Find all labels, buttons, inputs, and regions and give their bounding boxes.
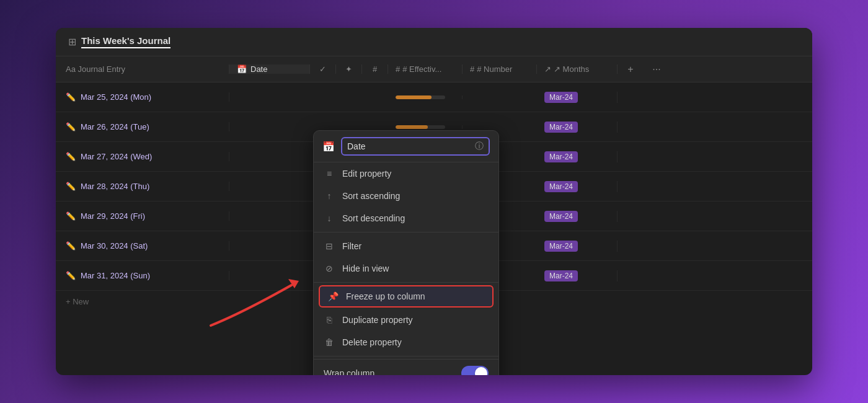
journal-entry-text-5: Mar 30, 2024 (Sat) [81, 241, 148, 250]
journal-entry-text-1: Mar 26, 2024 (Tue) [81, 122, 149, 131]
cell-months-6: Mar-24 [537, 270, 618, 281]
col-header-months: ↗ ↗ Months [537, 64, 618, 74]
title-bar: ⊞ This Week's Journal [56, 28, 812, 56]
months-chip-6: Mar-24 [544, 270, 578, 281]
cell-journal-6: ✏️ Mar 31, 2024 (Sun) [56, 271, 229, 280]
menu-icon-0: ≡ [324, 169, 335, 179]
col-header-journal: Aa Journal Entry [56, 64, 229, 74]
menu-item-edit-property[interactable]: ≡ Edit property [314, 162, 498, 185]
col-header-date[interactable]: 📅 Date [229, 64, 310, 74]
menu-item-duplicate-property[interactable]: ⎘ Duplicate property [314, 309, 498, 331]
journal-entry-text-2: Mar 27, 2024 (Wed) [81, 152, 152, 161]
menu-items-list: ≡ Edit property ↑ Sort ascending ↓ Sort … [314, 162, 498, 356]
progress-bar-container-1 [396, 125, 445, 129]
menu-item-hide-in-view[interactable]: ⊘ Hide in view [314, 257, 498, 280]
col-header-number: # # Number [463, 64, 537, 74]
edit-icon-5: ✏️ [66, 241, 76, 250]
col-header-hash: # [362, 64, 388, 74]
progress-bar-1 [396, 125, 428, 129]
cell-months-4: Mar-24 [537, 211, 618, 222]
edit-icon-4: ✏️ [66, 211, 76, 221]
cell-months-2: Mar-24 [537, 151, 618, 162]
progress-bar-0 [396, 95, 432, 99]
journal-entry-text-0: Mar 25, 2024 (Mon) [81, 92, 151, 102]
menu-item-label-3: Filter [342, 241, 361, 251]
menu-icon-2: ↓ [324, 213, 335, 223]
journal-entry-text-6: Mar 31, 2024 (Sun) [81, 271, 150, 280]
col-months-label: ↗ Months [554, 64, 589, 74]
cell-months-0: Mar-24 [537, 92, 618, 103]
col-number-label: # Number [477, 64, 512, 74]
edit-icon-0: ✏️ [66, 92, 76, 102]
menu-field-value: Date [347, 141, 366, 151]
col-journal-label: Aa Journal Entry [66, 64, 125, 74]
cell-effective-1 [388, 125, 463, 129]
menu-item-freeze-up-to-column[interactable]: 📌 Freeze up to column [319, 285, 494, 308]
col-header-add[interactable]: + [618, 64, 644, 75]
menu-item-label-2: Sort descending [342, 213, 405, 223]
edit-icon-3: ✏️ [66, 182, 76, 191]
cell-journal-3: ✏️ Mar 28, 2024 (Thu) [56, 182, 229, 191]
cell-months-1: Mar-24 [537, 122, 618, 133]
cell-journal-1: ✏️ Mar 26, 2024 (Tue) [56, 122, 229, 131]
cell-journal-0: ✏️ Mar 25, 2024 (Mon) [56, 92, 229, 102]
menu-item-label-0: Edit property [342, 169, 391, 179]
cell-months-3: Mar-24 [537, 181, 618, 192]
cell-journal-4: ✏️ Mar 29, 2024 (Fri) [56, 211, 229, 221]
col-header-more[interactable]: ··· [644, 64, 670, 75]
menu-item-label-4: Hide in view [342, 264, 389, 273]
menu-icon-5: 📌 [327, 291, 339, 301]
menu-icon-4: ⊘ [324, 264, 335, 273]
title-icon: ⊞ [68, 36, 76, 48]
context-menu: 📅 Date ⓘ ≡ Edit property ↑ Sort ascendin… [313, 130, 499, 375]
cell-effective-0 [388, 95, 463, 99]
col-header-sparkle: ✦ [336, 64, 362, 74]
months-chip-0: Mar-24 [544, 92, 578, 103]
menu-field-input[interactable]: Date ⓘ [341, 137, 490, 156]
col-header-check: ✓ [310, 64, 336, 74]
wrap-column-toggle[interactable] [461, 366, 489, 375]
main-window: ⊞ This Week's Journal Aa Journal Entry 📅… [56, 28, 812, 375]
edit-icon-2: ✏️ [66, 152, 76, 161]
menu-header: 📅 Date ⓘ [314, 131, 498, 162]
menu-item-label-6: Duplicate property [342, 315, 413, 325]
menu-item-filter[interactable]: ⊟ Filter [314, 235, 498, 257]
months-chip-3: Mar-24 [544, 181, 578, 192]
menu-item-delete-property[interactable]: 🗑 Delete property [314, 331, 498, 353]
months-chip-1: Mar-24 [544, 122, 578, 133]
menu-footer: Wrap column [314, 359, 498, 375]
toggle-knob [475, 367, 487, 375]
edit-icon-6: ✏️ [66, 271, 76, 280]
months-chip-2: Mar-24 [544, 151, 578, 162]
menu-calendar-icon: 📅 [322, 141, 335, 153]
col-header-effective: # # Effectiv... [388, 64, 463, 74]
col-date-label: Date [250, 64, 267, 74]
edit-icon-1: ✏️ [66, 122, 76, 131]
menu-info-icon: ⓘ [475, 141, 484, 152]
cell-months-5: Mar-24 [537, 241, 618, 252]
wrap-column-label: Wrap column [324, 368, 374, 375]
cell-journal-2: ✏️ Mar 27, 2024 (Wed) [56, 152, 229, 161]
menu-item-label-7: Delete property [342, 337, 402, 347]
col-effective-label: # Effectiv... [402, 64, 441, 74]
menu-icon-6: ⎘ [324, 315, 335, 325]
table-header: Aa Journal Entry 📅 Date ✓ ✦ # # # Effect… [56, 56, 812, 82]
progress-bar-container-0 [396, 95, 445, 99]
journal-entry-text-3: Mar 28, 2024 (Thu) [81, 182, 149, 191]
menu-icon-1: ↑ [324, 191, 335, 201]
menu-icon-7: 🗑 [324, 337, 335, 347]
new-row-label: + New [66, 297, 89, 306]
journal-entry-text-4: Mar 29, 2024 (Fri) [81, 211, 145, 221]
table-row[interactable]: ✏️ Mar 25, 2024 (Mon) Mar-24 [56, 82, 812, 112]
menu-icon-3: ⊟ [324, 241, 335, 251]
menu-item-sort-ascending[interactable]: ↑ Sort ascending [314, 185, 498, 207]
menu-item-sort-descending[interactable]: ↓ Sort descending [314, 207, 498, 229]
cell-journal-5: ✏️ Mar 30, 2024 (Sat) [56, 241, 229, 250]
menu-item-label-5: Freeze up to column [346, 291, 425, 301]
menu-item-label-1: Sort ascending [342, 191, 400, 201]
months-chip-4: Mar-24 [544, 211, 578, 222]
page-title: This Week's Journal [81, 35, 170, 48]
months-chip-5: Mar-24 [544, 241, 578, 252]
